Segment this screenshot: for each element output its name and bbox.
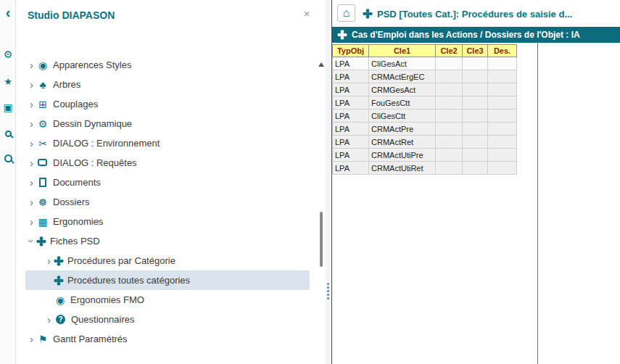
table-row[interactable]: LPACliGesCtt	[333, 109, 517, 123]
expander-chevron-icon[interactable]	[27, 177, 36, 188]
column-header-cle1[interactable]: Cle1	[369, 45, 436, 57]
grid-cell[interactable]	[436, 136, 463, 149]
sidebar-item-documents[interactable]: Documents	[25, 173, 310, 192]
sidebar-item-apparences-styles[interactable]: Apparences Styles	[25, 55, 310, 75]
grid-cell[interactable]	[488, 57, 517, 70]
expander-chevron-icon[interactable]	[27, 334, 36, 344]
grid-cell[interactable]	[463, 162, 488, 175]
sidebar-item-dossiers[interactable]: Dossiers	[25, 192, 310, 212]
sidebar-item-procedures-toutes-categories[interactable]: Procédures toutes catégories	[25, 270, 310, 290]
grid-cell[interactable]	[463, 96, 488, 109]
scrollbar-thumb[interactable]	[320, 212, 323, 267]
sidebar-item-arbres[interactable]: Arbres	[25, 75, 310, 94]
expander-chevron-icon[interactable]	[27, 138, 36, 149]
column-header-des[interactable]: Des.	[488, 45, 517, 57]
grid-cell[interactable]: CRMActErgEC	[369, 70, 436, 83]
grid-cell[interactable]	[488, 83, 517, 96]
grid-cell[interactable]	[436, 96, 463, 109]
grid-cell[interactable]	[463, 123, 488, 136]
grid-cell[interactable]	[436, 162, 463, 175]
grid-cell[interactable]	[463, 149, 488, 162]
expander-chevron-icon[interactable]	[44, 314, 54, 325]
table-row[interactable]: LPACRMGesAct	[333, 83, 517, 96]
column-header-cle2[interactable]: Cle2	[436, 45, 463, 57]
grid-cell[interactable]	[436, 109, 463, 123]
expander-chevron-icon[interactable]	[27, 118, 36, 129]
grid-cell[interactable]	[488, 96, 517, 109]
grid-cell[interactable]	[488, 109, 517, 123]
expander-chevron-icon[interactable]	[27, 99, 36, 109]
dock-favorites-button[interactable]	[0, 70, 16, 92]
expander-chevron-icon[interactable]	[27, 197, 36, 207]
sidebar-item-dessin-dynamique[interactable]: Dessin Dynamique	[25, 114, 310, 133]
grid-cell[interactable]: CRMActPre	[369, 123, 436, 136]
sidebar-item-couplages[interactable]: Couplages	[25, 94, 310, 114]
expander-chevron-icon[interactable]	[27, 79, 36, 90]
grid-cell[interactable]: LPA	[333, 136, 369, 149]
grid-cell[interactable]: CRMActUtiPre	[369, 149, 436, 162]
grid-cell[interactable]: CliGesCtt	[369, 109, 436, 123]
grid-cell[interactable]	[436, 57, 463, 70]
grid-cell[interactable]	[436, 123, 463, 136]
grid-cell[interactable]: LPA	[333, 162, 369, 175]
table-row[interactable]: LPACRMActErgEC	[333, 70, 517, 83]
sidebar-item-fiches-psd[interactable]: Fiches PSD	[25, 231, 310, 251]
table-row[interactable]: LPACRMActUtiPre	[333, 149, 517, 162]
grid-cell[interactable]	[463, 109, 488, 123]
grid-cell[interactable]	[463, 83, 488, 96]
grid-cell[interactable]: LPA	[333, 70, 369, 83]
grid-cell[interactable]: LPA	[333, 109, 369, 123]
sidebar-item-procedures-par-categorie[interactable]: Procédures par Catégorie	[25, 251, 310, 270]
grid-cell[interactable]: FouGesCtt	[369, 96, 436, 109]
expander-chevron-icon[interactable]	[44, 255, 54, 266]
scroll-up-arrow-icon[interactable]	[318, 59, 324, 67]
expander-chevron-icon[interactable]	[27, 59, 36, 70]
sidebar-item-questionnaires[interactable]: Questionnaires	[25, 310, 310, 329]
sidebar-item-dialog-requetes[interactable]: DIALOG : Requêtes	[25, 153, 310, 173]
grid-cell[interactable]: LPA	[333, 96, 369, 109]
table-row[interactable]: LPAFouGesCtt	[333, 96, 517, 109]
grid-cell[interactable]	[488, 162, 517, 175]
grid-cell[interactable]	[463, 70, 488, 83]
grid-cell[interactable]: CRMActRet	[369, 136, 436, 149]
grid-cell[interactable]: LPA	[333, 149, 369, 162]
grid-cell[interactable]	[463, 57, 488, 70]
table-row[interactable]: LPACliGesAct	[333, 57, 517, 70]
grid-cell[interactable]: CRMGesAct	[369, 83, 436, 96]
grid-cell[interactable]	[488, 149, 517, 162]
column-header-typobj[interactable]: TypObj	[333, 45, 369, 57]
grid-cell[interactable]: LPA	[333, 123, 369, 136]
collapse-panel-button[interactable]	[0, 1, 16, 23]
sidebar-scrollbar[interactable]	[317, 0, 326, 364]
grid-cell[interactable]: LPA	[333, 57, 369, 70]
expander-chevron-icon[interactable]	[26, 236, 37, 246]
grid-cell[interactable]	[488, 136, 517, 149]
sidebar-item-ergonomies[interactable]: Ergonomies	[25, 212, 310, 231]
grid-cell[interactable]: CRMActUtiRet	[369, 162, 436, 175]
close-icon[interactable]: ×	[301, 7, 313, 20]
dock-search-advanced-button[interactable]	[0, 147, 16, 169]
expander-chevron-icon[interactable]	[27, 216, 36, 227]
dock-settings-button[interactable]	[0, 44, 16, 65]
grid-cell[interactable]	[436, 83, 463, 96]
table-row[interactable]: LPACRMActRet	[333, 136, 517, 149]
table-row[interactable]: LPACRMActPre	[333, 123, 517, 136]
grid-cell[interactable]	[436, 70, 463, 83]
panel-splitter[interactable]	[326, 0, 331, 364]
grid-cell[interactable]: CliGesAct	[369, 57, 436, 70]
expander-chevron-icon[interactable]	[27, 157, 36, 168]
grid-cell[interactable]	[488, 123, 517, 136]
grid-cell[interactable]	[488, 70, 517, 83]
home-button[interactable]	[337, 4, 355, 22]
sidebar-item-gantt-parametres[interactable]: Gantt Paramétrés	[25, 329, 310, 349]
grid-cell[interactable]: LPA	[333, 83, 369, 96]
dock-window-button[interactable]	[0, 96, 16, 118]
table-row[interactable]: LPACRMActUtiRet	[333, 162, 517, 175]
grid-cell[interactable]	[463, 136, 488, 149]
column-header-cle3[interactable]: Cle3	[463, 45, 488, 57]
sidebar-item-dialog-environnement[interactable]: DIALOG : Environnement	[25, 133, 310, 153]
tab-psd-procedures[interactable]: PSD [Toutes Cat.]: Procédures de saisie …	[363, 5, 572, 22]
grid-cell[interactable]	[436, 149, 463, 162]
dock-search-button[interactable]	[0, 123, 16, 144]
sidebar-item-ergonomies-fmo[interactable]: Ergonomies FMO	[25, 290, 310, 310]
